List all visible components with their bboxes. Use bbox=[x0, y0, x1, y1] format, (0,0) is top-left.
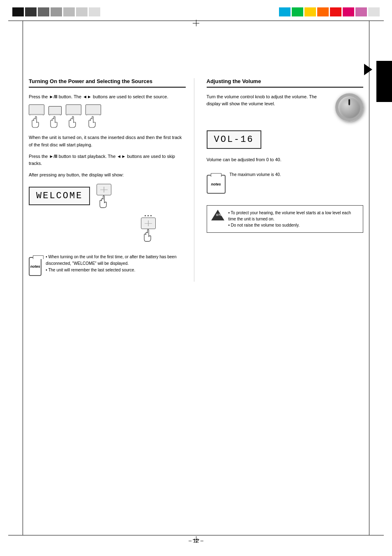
color-strip-left bbox=[12, 7, 100, 16]
color-strip-right bbox=[279, 7, 380, 16]
main-content: Turning On the Power and Selecting the S… bbox=[29, 25, 363, 531]
left-body-2: When the unit is turned on, it scans the… bbox=[29, 134, 186, 148]
hand-2 bbox=[49, 116, 61, 130]
btn-rect-4 bbox=[85, 104, 101, 115]
left-column: Turning On the Power and Selecting the S… bbox=[29, 78, 194, 282]
margin-right bbox=[369, 21, 369, 535]
btn-rect-2 bbox=[48, 106, 62, 115]
btn-press-3 bbox=[66, 104, 81, 130]
btn-rect-3 bbox=[66, 104, 81, 115]
color-block-7 bbox=[89, 7, 100, 16]
left-section-header: Turning On the Power and Selecting the S… bbox=[29, 78, 186, 88]
welcome-display: WELCOME bbox=[29, 187, 90, 205]
stop-text: • To protect your hearing, the volume le… bbox=[228, 210, 359, 228]
border-bottom bbox=[8, 535, 384, 535]
btn-press-1 bbox=[29, 104, 44, 130]
black-tab bbox=[376, 61, 392, 102]
top-bar bbox=[0, 7, 392, 16]
right-column: Adjusting the Volume Turn the volume con… bbox=[194, 78, 364, 282]
btn-rect-1 bbox=[29, 104, 44, 115]
color-block-magenta bbox=[343, 7, 354, 16]
color-block-2 bbox=[25, 7, 37, 16]
notes-section-left: notes • When turning on the unit for the… bbox=[29, 251, 186, 282]
volume-knob-area bbox=[335, 93, 363, 121]
color-block-yellow bbox=[304, 7, 316, 16]
btn-press-blink bbox=[111, 215, 186, 243]
color-block-pink bbox=[355, 7, 367, 16]
btn-press-2 bbox=[48, 106, 62, 130]
btn-press-single bbox=[97, 184, 111, 209]
bottom-crosshair bbox=[193, 536, 199, 544]
color-block-1 bbox=[12, 7, 24, 16]
notes-icon-left: notes bbox=[29, 257, 42, 276]
color-block-3 bbox=[38, 7, 49, 16]
color-block-6 bbox=[76, 7, 88, 16]
volume-knob bbox=[335, 93, 363, 121]
hand-1 bbox=[30, 116, 43, 130]
left-body-3: Press the ►/II button to start playback.… bbox=[29, 153, 186, 167]
blink-btn-area bbox=[111, 215, 186, 243]
color-block-orange bbox=[317, 7, 329, 16]
right-section-header: Adjusting the Volume bbox=[207, 78, 364, 88]
right-body-1: Turn the volume control knob to adjust t… bbox=[207, 93, 329, 108]
color-block-green bbox=[292, 7, 303, 16]
border-top bbox=[8, 21, 384, 21]
notes-section-right: notes The maximum volume is 40. bbox=[207, 169, 364, 199]
left-body-1: Press the ►/II button. The ◄► buttons ar… bbox=[29, 93, 186, 101]
volume-section: Turn the volume control knob to adjust t… bbox=[207, 93, 364, 121]
stop-warning-box: STOP • To protect your hearing, the volu… bbox=[207, 205, 364, 233]
color-block-5 bbox=[63, 7, 75, 16]
volume-display: VOL-16 bbox=[207, 130, 261, 149]
notes-icon-right: notes bbox=[207, 175, 226, 194]
hand-4 bbox=[87, 116, 99, 130]
right-body-2: Volume can be adjusted from 0 to 40. bbox=[207, 156, 364, 164]
hand-3 bbox=[67, 116, 80, 130]
color-block-red bbox=[330, 7, 341, 16]
vol-text-area: Turn the volume control knob to adjust t… bbox=[207, 93, 329, 112]
color-block-4 bbox=[51, 7, 62, 16]
color-block-white bbox=[368, 7, 380, 16]
arrow-indicator bbox=[364, 64, 372, 75]
margin-left bbox=[23, 21, 23, 535]
left-body-4: After pressing any button, the display w… bbox=[29, 171, 186, 179]
button-row-1 bbox=[29, 104, 186, 130]
color-block-cyan bbox=[279, 7, 291, 16]
two-columns: Turning On the Power and Selecting the S… bbox=[29, 78, 363, 282]
notes-text-left: • When turning on the unit for the first… bbox=[46, 254, 185, 273]
btn-press-4 bbox=[85, 104, 101, 130]
notes-text-right: The maximum volume is 40. bbox=[230, 171, 281, 178]
